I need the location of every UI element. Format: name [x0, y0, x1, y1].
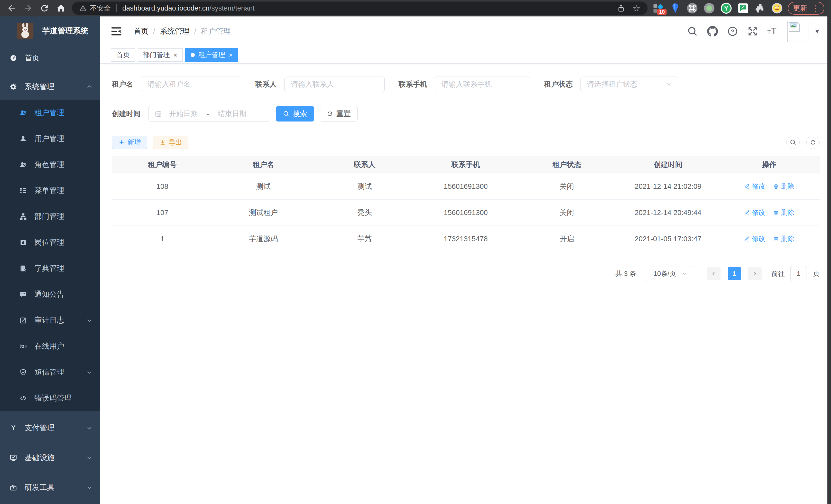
start-date-placeholder[interactable]: 开始日期	[169, 109, 198, 119]
browser-home-icon[interactable]	[56, 3, 66, 13]
extension-tabs-icon[interactable]: 10	[653, 3, 664, 14]
dictionary-icon	[19, 264, 27, 272]
close-icon[interactable]: ×	[173, 52, 177, 58]
sidebar-item-error-code[interactable]: 错误码管理	[0, 385, 100, 411]
svg-text:?: ?	[731, 28, 735, 35]
share-icon[interactable]	[617, 4, 625, 12]
phone-input[interactable]	[435, 77, 530, 92]
tab-home[interactable]: 首页	[111, 48, 135, 62]
goto-page-input[interactable]	[791, 266, 807, 281]
search-button[interactable]: 搜索	[276, 106, 314, 121]
sidebar-item-system[interactable]: 系统管理	[0, 74, 100, 100]
sidebar-item-role[interactable]: 角色管理	[0, 152, 100, 178]
search-icon[interactable]	[687, 26, 698, 37]
extension-badge: 10	[657, 9, 666, 15]
sidebar-item-tenant[interactable]: 租户管理	[0, 100, 100, 126]
sidebar-item-dev-tools[interactable]: 研发工具	[0, 475, 100, 500]
add-button[interactable]: 新增	[112, 136, 147, 149]
filter-contact: 联系人	[255, 77, 385, 92]
sidebar-item-payment[interactable]: ¥ 支付管理	[0, 415, 100, 441]
breadcrumb-current: 租户管理	[201, 26, 231, 36]
fullscreen-icon[interactable]	[747, 26, 758, 37]
refresh-icon	[810, 139, 816, 146]
browser-reload-icon[interactable]	[39, 3, 49, 13]
pagination: 共 3 条 10条/页 1 前往 页	[112, 266, 820, 281]
cell-contact: 秃头	[314, 208, 415, 217]
date-range-picker[interactable]: 开始日期 - 结束日期	[148, 106, 270, 121]
address-bar[interactable]: 不安全 dashboard.yudao.iocoder.cn/system/te…	[72, 2, 648, 15]
browser-back-icon[interactable]	[7, 3, 17, 13]
log-edit-icon	[19, 316, 27, 324]
sidebar-item-audit-log[interactable]: 审计日志	[0, 307, 100, 333]
reset-button[interactable]: 重置	[320, 106, 358, 121]
bookmark-star-icon[interactable]: ☆	[633, 4, 640, 12]
extension-kite-icon[interactable]	[670, 3, 681, 14]
sidebar-item-dict[interactable]: 字典管理	[0, 255, 100, 281]
tab-tenant[interactable]: 租户管理 ×	[185, 48, 238, 62]
browser-menu-icon[interactable]: ⋮	[811, 4, 819, 13]
contact-input[interactable]	[284, 77, 385, 92]
export-button[interactable]: 导出	[153, 136, 188, 149]
edit-link[interactable]: 修改	[744, 208, 765, 217]
filter-phone: 联系手机	[399, 77, 530, 92]
extension-emoji-icon[interactable]	[771, 3, 783, 14]
tenant-name-input[interactable]	[141, 77, 241, 92]
delete-link[interactable]: 删除	[773, 234, 794, 243]
browser-forward-icon[interactable]	[23, 3, 33, 13]
cell-phone: 15601691300	[415, 182, 516, 190]
github-icon[interactable]	[707, 26, 718, 37]
cell-phone: 17321315478	[415, 235, 516, 243]
cell-contact: 芋艿	[314, 234, 415, 244]
delete-link[interactable]: 删除	[773, 208, 794, 217]
refresh-table-button[interactable]	[806, 136, 820, 149]
sidebar-item-menu[interactable]: 菜单管理	[0, 178, 100, 203]
sidebar-item-post[interactable]: 岗位管理	[0, 229, 100, 255]
window-right-edge	[827, 0, 831, 504]
sidebar-item-notice[interactable]: 通知公告	[0, 281, 100, 307]
date-separator: -	[207, 110, 209, 118]
edit-link[interactable]: 修改	[744, 182, 765, 191]
security-label[interactable]: 不安全	[90, 4, 111, 13]
sidebar-item-home[interactable]: 首页	[0, 45, 100, 71]
extension-y-icon[interactable]: Y	[720, 3, 732, 14]
sidebar-item-online-users[interactable]: 在线用户	[0, 333, 100, 359]
filter-create-time: 创建时间 开始日期 - 结束日期	[112, 106, 270, 121]
page-number-button[interactable]: 1	[728, 267, 741, 280]
prev-page-button[interactable]	[707, 267, 720, 280]
avatar[interactable]	[787, 21, 808, 42]
chevron-up-icon	[86, 83, 93, 90]
table-row: 1 芋道源码 芋艿 17321315478 开启 2021-01-05 17:0…	[112, 226, 820, 252]
page-size-select[interactable]: 10条/页	[646, 266, 695, 281]
avatar-dropdown-caret-icon[interactable]: ▼	[814, 28, 820, 35]
extension-chat-icon[interactable]	[738, 3, 749, 14]
extensions-puzzle-icon[interactable]	[754, 3, 766, 14]
font-size-icon[interactable]: TT	[767, 26, 778, 37]
extension-status-icon[interactable]	[704, 3, 715, 14]
hide-search-button[interactable]	[786, 136, 800, 149]
cell-contact: 测试	[314, 182, 415, 191]
cell-actions: 修改 删除	[718, 182, 820, 191]
sidebar-item-infra[interactable]: 基础设施	[0, 445, 100, 471]
cell-tenant-id: 107	[112, 209, 213, 217]
breadcrumb-system[interactable]: 系统管理	[160, 26, 190, 36]
close-icon[interactable]: ×	[229, 52, 233, 58]
sidebar-item-user[interactable]: 用户管理	[0, 126, 100, 152]
app-logo[interactable]: 芋道管理系统	[0, 17, 100, 45]
edit-link[interactable]: 修改	[744, 234, 765, 243]
status-select[interactable]: 请选择租户状态	[580, 77, 678, 92]
end-date-placeholder[interactable]: 结束日期	[218, 109, 247, 119]
update-label: 更新	[793, 3, 807, 13]
next-page-button[interactable]	[748, 267, 762, 280]
sidebar-item-sms[interactable]: 短信管理	[0, 359, 100, 385]
sidebar-fold-icon[interactable]	[111, 25, 122, 37]
url-host[interactable]: dashboard.yudao.iocoder.cn	[122, 4, 209, 12]
url-path[interactable]: /system/tenant	[209, 4, 255, 12]
browser-update-button[interactable]: 更新 ⋮	[788, 2, 824, 14]
tab-dept[interactable]: 部门管理 ×	[138, 48, 183, 62]
help-icon[interactable]: ?	[727, 26, 738, 37]
breadcrumb-home[interactable]: 首页	[134, 26, 148, 36]
sidebar-item-dept[interactable]: 部门管理	[0, 203, 100, 229]
delete-link[interactable]: 删除	[773, 182, 794, 191]
not-secure-warning-icon[interactable]	[79, 4, 87, 12]
extension-command-icon[interactable]	[687, 3, 698, 14]
